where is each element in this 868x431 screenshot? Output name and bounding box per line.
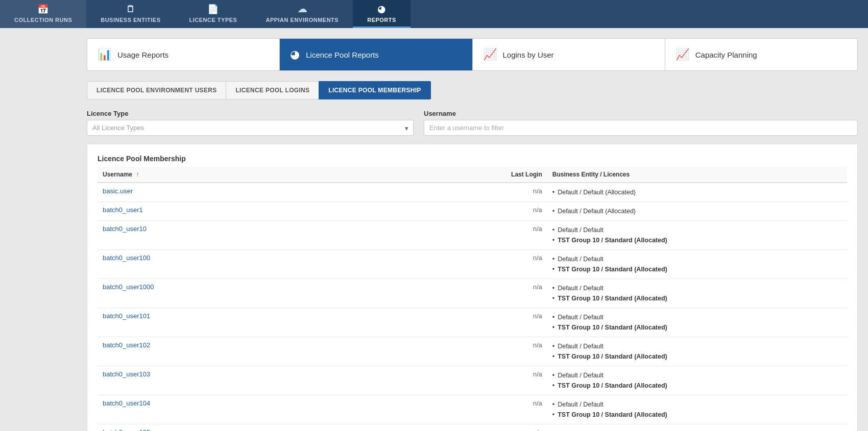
licence-item: •Default / Default <box>552 312 842 322</box>
logins-by-user-card[interactable]: 📈 Logins by User <box>473 39 665 70</box>
bullet-icon: • <box>552 343 554 350</box>
table-row: batch0_user10n/a•Default / Default•TST G… <box>98 221 847 250</box>
licence-item: •TST Group 10 / Standard (Allocated) <box>552 410 842 420</box>
username-filter-label: Username <box>424 110 858 117</box>
bullet-icon: • <box>552 266 554 273</box>
bullet-icon: • <box>552 208 554 215</box>
collection-runs-icon: 📅 <box>37 4 49 15</box>
username-link[interactable]: basic.user <box>103 187 133 195</box>
bullet-icon: • <box>552 411 554 418</box>
col-username[interactable]: Username ↑ <box>98 167 435 183</box>
licence-text: TST Group 10 / Standard (Allocated) <box>558 411 667 418</box>
username-link[interactable]: batch0_user100 <box>103 254 150 262</box>
licence-item: •TST Group 10 / Standard (Allocated) <box>552 235 842 245</box>
username-link[interactable]: batch0_user101 <box>103 312 150 320</box>
tab-pool-logins-label: LICENCE POOL LOGINS <box>235 87 309 94</box>
usage-reports-label: Usage Reports <box>117 50 168 59</box>
table-row: batch0_user102n/a•Default / Default•TST … <box>98 337 847 366</box>
username-filter-input[interactable] <box>424 120 858 136</box>
cell-licences: •Default / Default (Allocated) <box>547 202 847 221</box>
report-type-cards: 📊 Usage Reports ◕ Licence Pool Reports 📈… <box>87 38 858 71</box>
licence-type-filter-group: Licence Type All Licence Types <box>87 110 414 136</box>
licence-text: Default / Default <box>558 256 604 263</box>
username-link[interactable]: batch0_user102 <box>103 341 150 349</box>
usage-reports-icon: 📊 <box>98 48 111 61</box>
licence-item: •Default / Default <box>552 341 842 351</box>
bullet-icon: • <box>552 226 554 234</box>
capacity-planning-label: Capacity Planning <box>695 50 757 59</box>
nav-appian-environments[interactable]: ☁ APPIAN ENVIRONMENTS <box>251 0 353 28</box>
licence-text: Default / Default (Allocated) <box>558 189 636 196</box>
capacity-planning-icon: 📈 <box>676 48 689 61</box>
username-link[interactable]: batch0_user105 <box>103 428 150 431</box>
bullet-icon: • <box>552 372 554 379</box>
licence-text: Default / Default <box>558 343 604 350</box>
bullet-icon: • <box>552 237 554 244</box>
col-last-login: Last Login <box>435 167 547 183</box>
licence-item: •TST Group 10 / Standard (Allocated) <box>552 381 842 391</box>
username-link[interactable]: batch0_user104 <box>103 399 150 407</box>
licence-item: •TST Group 10 / Standard (Allocated) <box>552 322 842 333</box>
usage-reports-card[interactable]: 📊 Usage Reports <box>87 39 280 70</box>
licence-item: •Default / Default (Allocated) <box>552 206 842 216</box>
appian-environments-icon: ☁ <box>298 4 307 15</box>
nav-business-entities-label: BUSINESS ENTITIES <box>101 17 160 23</box>
licence-text: TST Group 10 / Standard (Allocated) <box>558 266 667 273</box>
bullet-icon: • <box>552 295 554 302</box>
tab-environment-users[interactable]: LICENCE POOL ENVIRONMENT USERS <box>87 81 226 99</box>
bullet-icon: • <box>552 382 554 389</box>
licence-item: •TST Group 10 / Standard (Allocated) <box>552 351 842 362</box>
capacity-planning-card[interactable]: 📈 Capacity Planning <box>665 39 857 70</box>
logins-by-user-icon: 📈 <box>483 48 497 61</box>
cell-last-login: n/a <box>435 279 547 308</box>
bullet-icon: • <box>552 285 554 292</box>
cell-licences: •Default / Default•TST Group 10 / Standa… <box>547 279 847 308</box>
bullet-icon: • <box>552 353 554 360</box>
username-filter-group: Username <box>424 110 858 136</box>
cell-last-login: n/a <box>435 250 547 279</box>
cell-last-login: n/a <box>435 366 547 395</box>
nav-business-entities[interactable]: 🗒 BUSINESS ENTITIES <box>86 0 175 28</box>
cell-username: batch0_user104 <box>98 395 435 424</box>
sub-tabs: LICENCE POOL ENVIRONMENT USERS LICENCE P… <box>87 81 858 99</box>
licence-type-label: Licence Type <box>87 110 414 117</box>
licence-item: •Default / Default (Allocated) <box>552 187 842 197</box>
nav-collection-runs[interactable]: 📅 COLLECTION RUNS <box>0 0 86 28</box>
nav-licence-types[interactable]: 📄 LICENCE TYPES <box>175 0 252 28</box>
licence-text: TST Group 10 / Standard (Allocated) <box>558 295 667 302</box>
cell-username: batch0_user105 <box>98 424 435 432</box>
main-content: 📊 Usage Reports ◕ Licence Pool Reports 📈… <box>0 28 868 431</box>
licence-pool-reports-card[interactable]: ◕ Licence Pool Reports <box>280 39 472 70</box>
reports-icon: ◕ <box>377 4 386 15</box>
nav-appian-environments-label: APPIAN ENVIRONMENTS <box>266 17 339 23</box>
top-navigation: 📅 COLLECTION RUNS 🗒 BUSINESS ENTITIES 📄 … <box>0 0 868 28</box>
licence-text: Default / Default <box>558 226 604 234</box>
tab-pool-membership-label: LICENCE POOL MEMBERSHIP <box>328 87 421 94</box>
licence-item: •Default / Default <box>552 254 842 264</box>
membership-table: Username ↑ Last Login Business Entity / … <box>98 167 847 431</box>
nav-collection-runs-label: COLLECTION RUNS <box>14 17 72 23</box>
licence-text: Default / Default (Allocated) <box>558 208 636 215</box>
tab-pool-logins[interactable]: LICENCE POOL LOGINS <box>226 81 319 99</box>
cell-last-login: n/a <box>435 221 547 250</box>
username-link[interactable]: batch0_user10 <box>103 225 147 233</box>
logins-by-user-label: Logins by User <box>503 50 554 59</box>
licence-type-select-wrapper: All Licence Types <box>87 120 414 136</box>
licence-item: •Default / Default <box>552 370 842 381</box>
cell-username: batch0_user1000 <box>98 279 435 308</box>
table-row: batch0_user101n/a•Default / Default•TST … <box>98 308 847 337</box>
username-link[interactable]: batch0_user1000 <box>103 283 154 291</box>
nav-reports-label: REPORTS <box>367 17 396 23</box>
username-link[interactable]: batch0_user1 <box>103 206 143 214</box>
username-link[interactable]: batch0_user103 <box>103 370 150 378</box>
tab-pool-membership[interactable]: LICENCE POOL MEMBERSHIP <box>319 81 430 99</box>
cell-username: basic.user <box>98 183 435 202</box>
nav-licence-types-label: LICENCE TYPES <box>189 17 237 23</box>
licence-item: •Default / Default <box>552 428 842 431</box>
nav-reports[interactable]: ◕ REPORTS <box>353 0 411 28</box>
licence-text: TST Group 10 / Standard (Allocated) <box>558 353 667 360</box>
licence-type-select[interactable]: All Licence Types <box>87 120 414 136</box>
licence-text: Default / Default <box>558 401 604 408</box>
cell-last-login: n/a <box>435 395 547 424</box>
section-title: Licence Pool Membership <box>98 155 847 163</box>
